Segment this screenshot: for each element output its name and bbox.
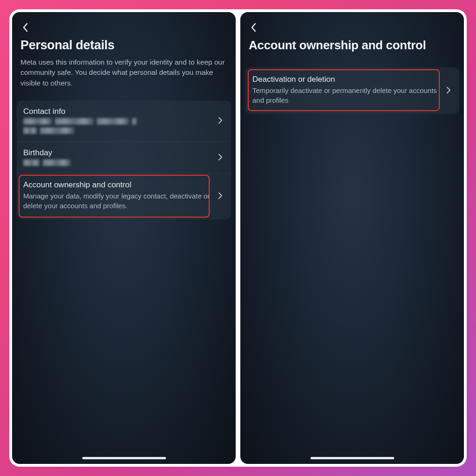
chevron-right-icon bbox=[215, 117, 225, 124]
row-title: Birthday bbox=[23, 148, 212, 158]
redacted-value bbox=[23, 118, 212, 125]
page-header: Account ownership and control bbox=[240, 37, 464, 57]
chevron-left-icon bbox=[22, 22, 29, 33]
row-subtitle: Temporarily deactivate or permanently de… bbox=[252, 86, 440, 105]
chevron-left-icon bbox=[250, 22, 258, 33]
chevron-right-icon bbox=[215, 192, 225, 199]
row-title: Contact info bbox=[23, 107, 212, 116]
row-title: Account ownership and control bbox=[23, 180, 212, 190]
dual-screenshot-frame: Personal details Meta uses this informat… bbox=[9, 9, 467, 467]
home-indicator[interactable] bbox=[311, 457, 394, 459]
page-header: Personal details Meta uses this informat… bbox=[12, 37, 236, 93]
home-indicator[interactable] bbox=[82, 457, 166, 459]
back-button[interactable] bbox=[19, 20, 33, 34]
chevron-right-icon bbox=[215, 153, 225, 161]
row-account-ownership[interactable]: Account ownership and control Manage you… bbox=[17, 173, 231, 219]
page-subtitle: Meta uses this information to verify you… bbox=[20, 57, 227, 88]
redacted-value bbox=[23, 159, 212, 166]
phone-personal-details: Personal details Meta uses this informat… bbox=[12, 12, 236, 464]
phone-account-ownership: Account ownership and control Deactivati… bbox=[240, 12, 464, 464]
chevron-right-icon bbox=[443, 86, 454, 94]
row-title: Deactivation or deletion bbox=[252, 75, 440, 84]
page-title: Personal details bbox=[20, 38, 227, 53]
settings-list: Contact info Birthday bbox=[17, 100, 231, 219]
row-contact-info[interactable]: Contact info bbox=[17, 100, 231, 141]
settings-list: Deactivation or deletion Temporarily dea… bbox=[245, 67, 459, 113]
row-birthday[interactable]: Birthday bbox=[17, 141, 231, 173]
row-subtitle: Manage your data, modify your legacy con… bbox=[23, 192, 212, 211]
row-deactivation-deletion[interactable]: Deactivation or deletion Temporarily dea… bbox=[245, 67, 459, 113]
back-button[interactable] bbox=[247, 20, 261, 34]
page-title: Account ownership and control bbox=[249, 38, 456, 53]
redacted-value bbox=[23, 127, 212, 134]
